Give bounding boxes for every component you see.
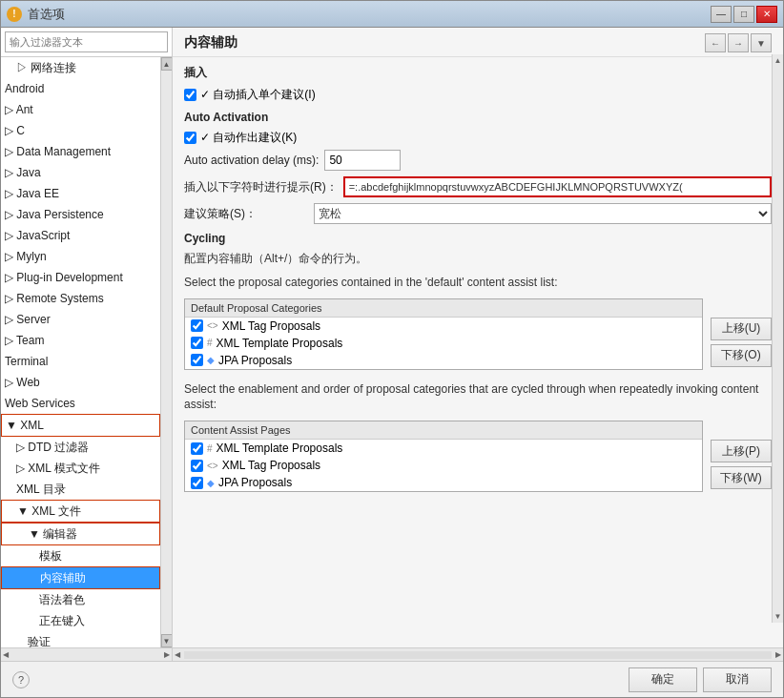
default-proposal-1-label: XML Tag Proposals [222,319,320,333]
search-box [1,28,172,57]
left-panel: ▷ 网络连接 Android ▷ Ant ▷ C ▷ Data Manageme… [1,28,173,661]
search-input[interactable] [5,31,168,52]
auto-activation-title: Auto Activation [184,111,772,124]
left-hscroll-left[interactable]: ◀ [3,650,9,659]
content-assist-pages-left: Content Assist Pages # XML Template Prop… [184,421,703,496]
maximize-button[interactable]: □ [733,6,754,23]
cancel-button[interactable]: 取消 [703,667,772,692]
tree-item-c[interactable]: ▷ C [1,120,160,141]
right-panel-title: 内容辅助 [184,34,237,51]
ok-button[interactable]: 确定 [629,667,697,692]
nav-forward-button[interactable]: → [728,33,749,52]
minimize-button[interactable]: — [711,6,732,23]
tree-item-plugindev[interactable]: ▷ Plug-in Development [1,267,160,288]
default-down-button[interactable]: 下移(O) [711,344,772,367]
trigger-input[interactable] [343,176,772,197]
right-header: 内容辅助 ← → ▼ [173,28,783,57]
scroll-up-arrow[interactable]: ▲ [161,57,173,71]
right-scroll-down[interactable]: ▼ [774,610,782,623]
tree-item-contentassist[interactable]: 内容辅助 [1,566,160,589]
content-assist-pages-section: Content Assist Pages # XML Template Prop… [184,421,772,496]
default-proposal-row-1: <> XML Tag Proposals [185,318,702,335]
default-proposal-3-icon: ◆ [207,355,215,365]
right-scrollbar: ▲ ▼ [772,54,783,623]
tree-item-terminal[interactable]: Terminal [1,351,160,372]
tree-item-xmlfile[interactable]: ▼ XML 文件 [1,500,160,523]
cap-2-checkbox[interactable] [191,460,203,472]
nav-buttons: ← → ▼ [705,33,772,52]
tree-item-webservices[interactable]: Web Services [1,393,160,414]
tree-item-datamgmt[interactable]: ▷ Data Management [1,141,160,162]
tree-item-typing[interactable]: 正在键入 [1,610,160,631]
scroll-down-arrow[interactable]: ▼ [161,634,173,647]
title-bar: ! 首选项 — □ ✕ [1,1,783,28]
tree-item-network[interactable]: ▷ 网络连接 [1,57,160,78]
cap-1-checkbox[interactable] [191,442,203,455]
default-proposal-3-label: JPA Proposals [218,354,292,367]
tree-item-mylyn[interactable]: ▷ Mylyn [1,246,160,267]
delay-label: Auto activation delay (ms): [184,154,319,167]
tree-item-editor[interactable]: ▼ 编辑器 [1,523,160,545]
tree-item-template[interactable]: 模板 [1,545,160,566]
tree-item-java[interactable]: ▷ Java [1,162,160,183]
right-panel: 内容辅助 ← → ▼ 插入 ✓ 自动插入单个建议(I) Auto Activat… [173,28,783,661]
delay-row: Auto activation delay (ms): [184,150,772,171]
auto-insert-row: ✓ 自动插入单个建议(I) [184,87,772,103]
tree-item-android[interactable]: Android [1,78,160,99]
right-hscroll-right[interactable]: ▶ [775,650,781,659]
default-proposal-2-checkbox[interactable] [191,337,203,349]
default-proposal-1-checkbox[interactable] [191,319,203,332]
tree-item-xml[interactable]: ▼ XML [1,414,160,437]
tree-item-xmldir[interactable]: XML 目录 [1,479,160,500]
tree-item-team[interactable]: ▷ Team [1,330,160,351]
tree-item-javascript[interactable]: ▷ JavaScript [1,225,160,246]
cap-up-button[interactable]: 上移(P) [711,440,772,462]
close-button[interactable]: ✕ [756,6,777,23]
cap-down-button[interactable]: 下移(W) [711,466,772,489]
default-proposal-3-checkbox[interactable] [191,354,203,366]
right-hscrollbar: ◀ ▶ [173,647,783,661]
right-scroll-up[interactable]: ▲ [774,54,782,67]
bottom-left: ? [12,671,30,688]
tree-item-ant[interactable]: ▷ Ant [1,99,160,120]
cap-2-label: XML Tag Proposals [222,459,320,472]
default-proposal-1-icon: <> [207,320,218,331]
nav-dropdown-button[interactable]: ▼ [751,33,772,52]
app-icon: ! [7,7,22,22]
auto-insert-checkbox[interactable] [184,89,196,101]
tree-item-xmlmodes[interactable]: ▷ XML 模式文件 [1,458,160,479]
tree-item-validate[interactable]: 验证 [1,631,160,647]
default-proposal-2-label: XML Template Proposals [217,337,343,350]
trigger-row: 插入以下字符时进行提示(R)： [184,176,772,197]
cap-3-icon: ◆ [207,478,215,488]
tree-item-web[interactable]: ▷ Web [1,372,160,393]
content-area: ▷ 网络连接 Android ▷ Ant ▷ C ▷ Data Manageme… [1,28,783,661]
left-hscroll-right[interactable]: ▶ [164,650,170,659]
cap-row-2: <> XML Tag Proposals [185,457,702,474]
help-button[interactable]: ? [12,671,30,688]
default-up-button[interactable]: 上移(U) [711,318,772,340]
tree-container: ▷ 网络连接 Android ▷ Ant ▷ C ▷ Data Manageme… [1,57,160,647]
tree-item-syntax[interactable]: 语法着色 [1,589,160,610]
auto-insert-label: ✓ 自动插入单个建议(I) [200,87,316,103]
auto-suggest-checkbox[interactable] [184,132,196,144]
default-proposal-row-3: ◆ JPA Proposals [185,352,702,369]
title-bar-left: ! 首选项 [7,6,65,23]
strategy-row: 建议策略(S)： 宽松 严格 [184,203,772,224]
cap-3-checkbox[interactable] [191,477,203,489]
tree-item-dtd[interactable]: ▷ DTD 过滤器 [1,437,160,458]
tree-item-server[interactable]: ▷ Server [1,309,160,330]
tree-item-javaee[interactable]: ▷ Java EE [1,183,160,204]
content-assist-pages-right: 上移(P) 下移(W) [711,421,772,496]
nav-back-button[interactable]: ← [705,33,726,52]
default-proposals-section: Default Proposal Categories <> XML Tag P… [184,298,772,374]
default-proposals-table: Default Proposal Categories <> XML Tag P… [184,298,703,370]
tree-item-remotesystems[interactable]: ▷ Remote Systems [1,288,160,309]
default-proposal-2-icon: # [207,338,213,348]
bottom-right: 确定 取消 [629,667,772,692]
right-hscroll-left[interactable]: ◀ [175,650,180,659]
tree-item-javapersistence[interactable]: ▷ Java Persistence [1,204,160,225]
delay-input[interactable] [324,150,401,171]
strategy-select[interactable]: 宽松 严格 [314,203,772,224]
default-proposals-right: 上移(U) 下移(O) [711,298,772,374]
